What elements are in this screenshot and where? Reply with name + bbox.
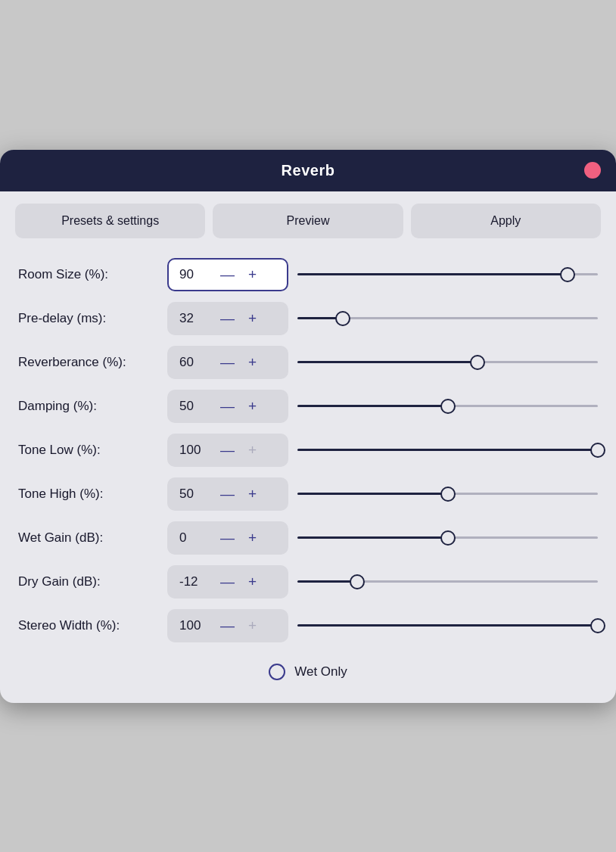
tone-low-label: Tone Low (%): (18, 443, 158, 458)
param-row-damping: Damping (%):50—+ (18, 390, 598, 423)
param-row-tone-high: Tone High (%):50—+ (18, 477, 598, 511)
tone-high-slider[interactable] (297, 485, 598, 503)
tone-high-plus-button[interactable]: + (245, 487, 260, 501)
tone-low-value: 100 (179, 443, 210, 458)
stereo-width-slider-thumb[interactable] (590, 618, 605, 633)
room-size-minus-button[interactable]: — (217, 267, 238, 281)
dry-gain-plus-button[interactable]: + (245, 574, 260, 589)
tone-high-label: Tone High (%): (18, 487, 158, 502)
damping-slider-thumb[interactable] (440, 399, 456, 414)
pre-delay-minus-button[interactable]: — (217, 311, 238, 325)
param-row-wet-gain: Wet Gain (dB):0—+ (18, 521, 598, 555)
stereo-width-value: 100 (179, 618, 210, 633)
dry-gain-slider-thumb[interactable] (350, 574, 365, 589)
room-size-slider-track (297, 273, 598, 275)
dry-gain-minus-button[interactable]: — (217, 574, 238, 589)
tone-low-slider-thumb[interactable] (590, 443, 605, 458)
reverberance-plus-button[interactable]: + (245, 355, 260, 369)
damping-plus-button[interactable]: + (245, 399, 260, 413)
apply-button[interactable]: Apply (411, 204, 601, 238)
presets-button[interactable]: Presets & settings (15, 204, 205, 238)
tone-high-minus-button[interactable]: — (217, 487, 238, 501)
stereo-width-control: 100—+ (167, 609, 288, 642)
toolbar: Presets & settings Preview Apply (0, 191, 616, 250)
tone-high-control: 50—+ (167, 477, 288, 511)
reverberance-slider-track (297, 361, 598, 363)
reverberance-label: Reverberance (%): (18, 355, 158, 370)
param-row-tone-low: Tone Low (%):100—+ (18, 434, 598, 467)
panel-title: Reverb (282, 162, 335, 179)
tone-low-slider[interactable] (297, 441, 598, 459)
room-size-plus-button[interactable]: + (245, 267, 260, 281)
stereo-width-plus-button: + (245, 618, 260, 633)
wet-only-checkbox[interactable] (269, 664, 285, 680)
damping-control: 50—+ (167, 390, 288, 423)
close-button[interactable] (584, 162, 601, 179)
room-size-control: 90—+ (167, 258, 288, 291)
wet-only-row: Wet Only (18, 653, 598, 685)
damping-value: 50 (179, 399, 210, 414)
wet-gain-plus-button[interactable]: + (245, 530, 260, 545)
dry-gain-value: -12 (179, 574, 210, 589)
stereo-width-label: Stereo Width (%): (18, 618, 158, 633)
damping-label: Damping (%): (18, 399, 158, 414)
wet-gain-label: Wet Gain (dB): (18, 530, 158, 546)
wet-gain-control: 0—+ (167, 521, 288, 555)
param-row-stereo-width: Stereo Width (%):100—+ (18, 609, 598, 642)
stereo-width-slider[interactable] (297, 617, 598, 635)
reverberance-minus-button[interactable]: — (217, 355, 238, 369)
param-row-room-size: Room Size (%):90—+ (18, 258, 598, 291)
param-row-reverberance: Reverberance (%):60—+ (18, 346, 598, 379)
dry-gain-slider-track (297, 580, 598, 583)
reverberance-slider-thumb[interactable] (470, 355, 485, 370)
pre-delay-slider-track (297, 317, 598, 319)
room-size-slider-thumb[interactable] (560, 267, 575, 282)
reverberance-slider[interactable] (297, 353, 598, 372)
pre-delay-label: Pre-delay (ms): (18, 311, 158, 326)
wet-only-label: Wet Only (294, 664, 347, 679)
pre-delay-plus-button[interactable]: + (245, 311, 260, 325)
tone-low-slider-track (297, 449, 598, 451)
pre-delay-slider[interactable] (297, 309, 598, 328)
wet-gain-slider-track (297, 536, 598, 539)
param-row-pre-delay: Pre-delay (ms):32—+ (18, 302, 598, 335)
dry-gain-label: Dry Gain (dB): (18, 574, 158, 589)
tone-low-plus-button: + (245, 443, 260, 457)
panel-header: Reverb (0, 150, 616, 191)
wet-gain-minus-button[interactable]: — (217, 530, 238, 545)
damping-slider-track (297, 405, 598, 407)
wet-gain-slider[interactable] (297, 529, 598, 547)
tone-high-slider-track (297, 493, 598, 495)
tone-high-slider-thumb[interactable] (440, 487, 456, 502)
reverberance-value: 60 (179, 355, 210, 370)
stereo-width-slider-track (297, 624, 598, 627)
tone-low-control: 100—+ (167, 434, 288, 467)
damping-minus-button[interactable]: — (217, 399, 238, 413)
dry-gain-slider[interactable] (297, 573, 598, 591)
stereo-width-minus-button[interactable]: — (217, 618, 238, 633)
reverb-panel: Reverb Presets & settings Preview Apply … (0, 150, 616, 703)
tone-high-value: 50 (179, 487, 210, 502)
pre-delay-slider-thumb[interactable] (335, 311, 350, 326)
room-size-value: 90 (179, 267, 210, 282)
room-size-slider[interactable] (297, 266, 598, 284)
dry-gain-control: -12—+ (167, 565, 288, 599)
pre-delay-control: 32—+ (167, 302, 288, 335)
damping-slider[interactable] (297, 397, 598, 415)
reverberance-control: 60—+ (167, 346, 288, 379)
room-size-label: Room Size (%): (18, 267, 158, 282)
wet-gain-value: 0 (179, 530, 210, 546)
params-content: Room Size (%):90—+Pre-delay (ms):32—+Rev… (0, 250, 616, 703)
pre-delay-value: 32 (179, 311, 210, 326)
wet-gain-slider-thumb[interactable] (440, 530, 456, 546)
tone-low-minus-button[interactable]: — (217, 443, 238, 457)
preview-button[interactable]: Preview (213, 204, 403, 238)
param-row-dry-gain: Dry Gain (dB):-12—+ (18, 565, 598, 599)
